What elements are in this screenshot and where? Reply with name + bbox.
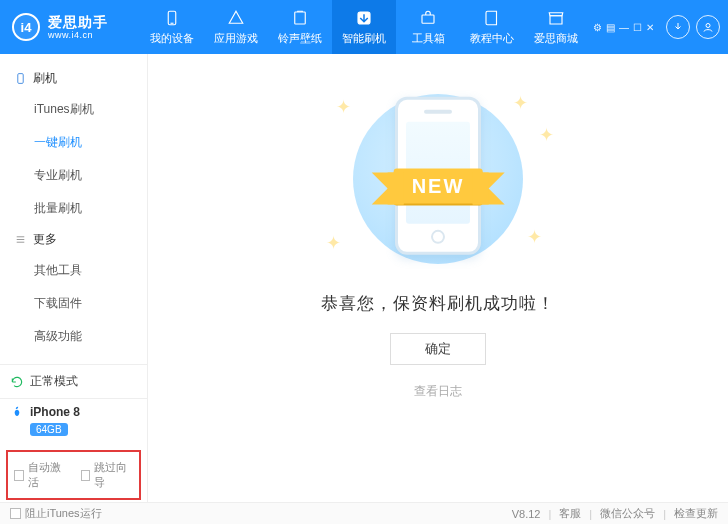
view-log-link[interactable]: 查看日志 bbox=[414, 383, 462, 400]
logo-badge: i4 bbox=[12, 13, 40, 41]
device-mode-label: 正常模式 bbox=[30, 373, 78, 390]
tab-label: 智能刷机 bbox=[342, 31, 386, 46]
tab-apps[interactable]: 应用游戏 bbox=[204, 0, 268, 54]
sidebar-group-flash[interactable]: 刷机 bbox=[0, 64, 147, 93]
ok-button[interactable]: 确定 bbox=[390, 333, 486, 365]
tab-label: 教程中心 bbox=[470, 31, 514, 46]
sidebar-item-batch[interactable]: 批量刷机 bbox=[0, 192, 147, 225]
device-mode[interactable]: 正常模式 bbox=[0, 364, 147, 398]
flash-icon bbox=[355, 9, 373, 27]
sidebar-item-pro[interactable]: 专业刷机 bbox=[0, 159, 147, 192]
tab-label: 铃声壁纸 bbox=[278, 31, 322, 46]
window-buttons[interactable]: ⚙ ▤ — ☐ ✕ bbox=[593, 22, 654, 33]
menu-icon bbox=[14, 233, 27, 246]
store-icon bbox=[547, 9, 565, 27]
sidebar-item-itunes[interactable]: iTunes刷机 bbox=[0, 93, 147, 126]
success-illustration: ✦✦✦✦✦ NEW bbox=[318, 84, 558, 274]
logo[interactable]: i4 爱思助手 www.i4.cn bbox=[12, 13, 140, 41]
highlight-options: 自动激活 跳过向导 bbox=[6, 450, 141, 500]
top-tabs: 我的设备 应用游戏 铃声壁纸 智能刷机 工具箱 教程中心 爱思商城 bbox=[140, 0, 588, 54]
sidebar-group-label: 更多 bbox=[33, 231, 57, 248]
skin-icon[interactable]: ▤ bbox=[606, 22, 615, 33]
tab-toolbox[interactable]: 工具箱 bbox=[396, 0, 460, 54]
main-panel: ✦✦✦✦✦ NEW 恭喜您，保资料刷机成功啦！ 确定 查看日志 bbox=[148, 54, 728, 502]
auto-activate-checkbox[interactable]: 自动激活 bbox=[14, 460, 67, 490]
skip-wizard-checkbox[interactable]: 跳过向导 bbox=[81, 460, 134, 490]
close-icon[interactable]: ✕ bbox=[646, 22, 654, 33]
check-update-link[interactable]: 检查更新 bbox=[674, 506, 718, 521]
tab-label: 工具箱 bbox=[412, 31, 445, 46]
svg-rect-4 bbox=[422, 15, 434, 23]
success-message: 恭喜您，保资料刷机成功啦！ bbox=[321, 292, 555, 315]
tab-label: 应用游戏 bbox=[214, 31, 258, 46]
tab-store[interactable]: 爱思商城 bbox=[524, 0, 588, 54]
apple-icon bbox=[10, 405, 24, 419]
note-icon bbox=[291, 9, 309, 27]
sidebar-group-label: 刷机 bbox=[33, 70, 57, 87]
toolbox-icon bbox=[419, 9, 437, 27]
download-button[interactable] bbox=[666, 15, 690, 39]
svg-rect-2 bbox=[295, 12, 306, 24]
minimize-icon[interactable]: — bbox=[619, 22, 629, 33]
version-label: V8.12 bbox=[512, 508, 541, 520]
app-site: www.i4.cn bbox=[48, 30, 108, 40]
phone-icon bbox=[14, 72, 27, 85]
titlebar: i4 爱思助手 www.i4.cn 我的设备 应用游戏 铃声壁纸 智能刷机 工具… bbox=[0, 0, 728, 54]
tab-ringtones[interactable]: 铃声壁纸 bbox=[268, 0, 332, 54]
svg-point-5 bbox=[706, 24, 710, 28]
device-name: iPhone 8 bbox=[30, 405, 80, 419]
refresh-icon bbox=[10, 375, 24, 389]
book-icon bbox=[483, 9, 501, 27]
sidebar-item-advanced[interactable]: 高级功能 bbox=[0, 320, 147, 353]
sidebar-group-more[interactable]: 更多 bbox=[0, 225, 147, 254]
block-itunes-checkbox[interactable]: 阻止iTunes运行 bbox=[10, 506, 102, 521]
tab-tutorial[interactable]: 教程中心 bbox=[460, 0, 524, 54]
device-info[interactable]: iPhone 8 64GB bbox=[0, 398, 147, 446]
tab-label: 爱思商城 bbox=[534, 31, 578, 46]
wechat-link[interactable]: 微信公众号 bbox=[600, 506, 655, 521]
new-ribbon: NEW bbox=[394, 169, 483, 204]
phone-icon bbox=[163, 9, 181, 27]
tab-label: 我的设备 bbox=[150, 31, 194, 46]
support-link[interactable]: 客服 bbox=[559, 506, 581, 521]
device-capacity: 64GB bbox=[30, 423, 68, 436]
account-button[interactable] bbox=[696, 15, 720, 39]
sidebar-item-other[interactable]: 其他工具 bbox=[0, 254, 147, 287]
sidebar-item-download-fw[interactable]: 下载固件 bbox=[0, 287, 147, 320]
app-title: 爱思助手 bbox=[48, 14, 108, 30]
tab-flash[interactable]: 智能刷机 bbox=[332, 0, 396, 54]
sidebar: 刷机 iTunes刷机 一键刷机 专业刷机 批量刷机 更多 其他工具 下载固件 … bbox=[0, 54, 148, 502]
svg-rect-6 bbox=[18, 74, 23, 84]
statusbar: 阻止iTunes运行 V8.12 | 客服 | 微信公众号 | 检查更新 bbox=[0, 502, 728, 524]
settings-icon[interactable]: ⚙ bbox=[593, 22, 602, 33]
maximize-icon[interactable]: ☐ bbox=[633, 22, 642, 33]
apps-icon bbox=[227, 9, 245, 27]
sidebar-item-onekey[interactable]: 一键刷机 bbox=[0, 126, 147, 159]
tab-my-device[interactable]: 我的设备 bbox=[140, 0, 204, 54]
